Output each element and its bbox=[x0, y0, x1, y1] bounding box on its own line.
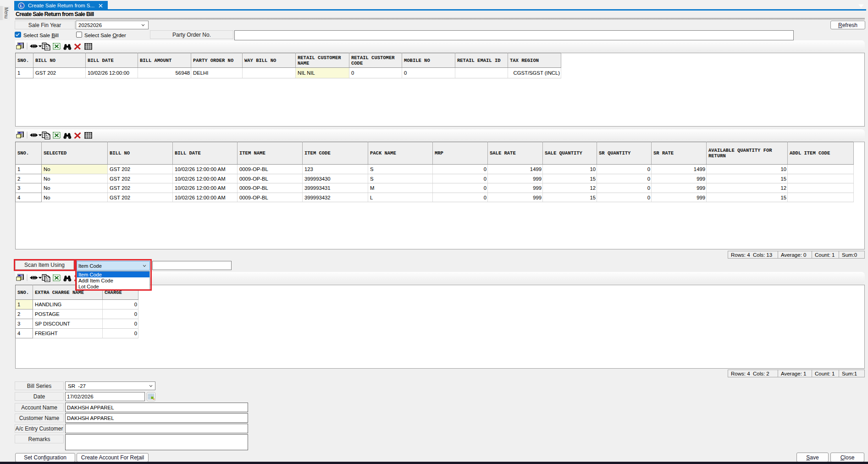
svg-text:L: L bbox=[20, 4, 23, 8]
